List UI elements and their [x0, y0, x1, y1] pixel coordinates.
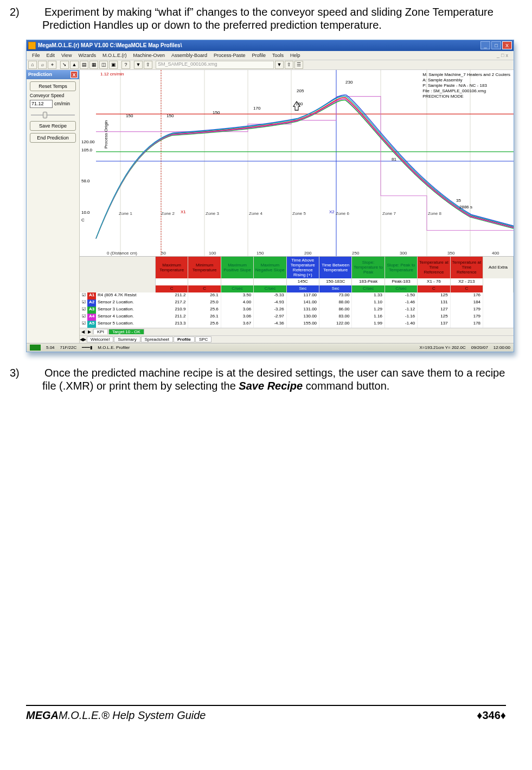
mdi-close-icon[interactable]: x	[506, 53, 509, 58]
zoom-out-icon[interactable]: ⌖	[48, 61, 56, 69]
grid-unit-cell: C/sec	[385, 285, 418, 292]
table-row[interactable]: ☑A1R4 (805 4.7K Resist211.226.13.50-5.33…	[80, 292, 514, 300]
tool-right-a[interactable]: ⇧	[285, 61, 293, 69]
row-checkbox[interactable]: ☑	[80, 307, 87, 314]
tool-icon-b[interactable]: ▲	[70, 61, 79, 69]
tool-icon-c[interactable]: ▤	[80, 61, 88, 69]
table-row[interactable]: ☑A3Sensor 3 Location.210.925.63.06-3.261…	[80, 307, 514, 314]
sensor-name: Sensor 4 Location.	[96, 314, 156, 321]
grid-unit-cell: C/sec	[221, 285, 254, 292]
menu-view[interactable]: View	[61, 53, 72, 58]
grid-header-cell[interactable]: Temperature at Time Reference	[451, 257, 483, 278]
combo-drop-icon[interactable]: ▼	[275, 61, 284, 69]
row-checkbox[interactable]: ☑	[80, 292, 87, 300]
sheet-tab-welcome![interactable]: Welcome!	[87, 336, 113, 342]
grid-ref-cell: Peak-183	[385, 278, 418, 285]
panel-close-icon[interactable]: X	[70, 71, 78, 78]
tool-icon-f[interactable]: ▣	[109, 61, 118, 69]
cell: -1.12	[385, 307, 418, 314]
menu-machine-oven[interactable]: Machine-Oven	[133, 53, 165, 58]
kpi-tab[interactable]: KPI	[93, 329, 108, 334]
grid-unit-cell: C	[418, 285, 450, 292]
menu-help[interactable]: Help	[290, 53, 300, 58]
cell: 25.6	[188, 307, 221, 314]
cell: 117.00	[287, 292, 319, 300]
grid-header-cell[interactable]: Time Between Temperature	[319, 257, 352, 278]
grid-header-cell[interactable]: Temperature at Time Reference	[418, 257, 450, 278]
cell: 125	[418, 292, 450, 300]
menu-wizards[interactable]: Wizards	[78, 53, 96, 58]
sensor-tag: A3	[87, 307, 96, 314]
tool-icon-e[interactable]: ◫	[99, 61, 108, 69]
grid-header-cell[interactable]: Slope: Temperature to Peak	[352, 257, 384, 278]
cell: 25.0	[188, 300, 221, 307]
table-row[interactable]: ☑A5Sensor 5 Location.213.325.63.67-4.361…	[80, 321, 514, 328]
cell: 141.00	[287, 300, 319, 307]
menu-assembly[interactable]: Assembly-Board	[171, 53, 207, 58]
menu-edit[interactable]: Edit	[47, 53, 55, 58]
ytick-105: 105.0	[81, 148, 92, 152]
add-extra-button[interactable]: Add Extra	[483, 257, 514, 278]
sensor-name: Sensor 5 Location.	[96, 321, 156, 328]
tool-up-icon[interactable]: ⇧	[144, 61, 152, 69]
tool-icon-a[interactable]: ➘	[60, 61, 69, 69]
table-row[interactable]: ☑A2Sensor 2 Location.217.225.04.00-4.931…	[80, 300, 514, 307]
grid-header-cell[interactable]: Maximum Negative Slope	[254, 257, 286, 278]
row-checkbox[interactable]: ☑	[80, 321, 87, 328]
table-row[interactable]: ☑A4Sensor 4 Location.211.226.13.06-2.971…	[80, 314, 514, 321]
x1-marker: X1	[181, 209, 186, 214]
profile-chart[interactable]: 1.12 cm/min M: Sample Machine_7 Heaters …	[80, 70, 514, 256]
grid-header-cell[interactable]: Time Above Temperature Reference Rising …	[287, 257, 319, 278]
cell: 1.10	[352, 300, 384, 307]
cell: 211.2	[156, 292, 188, 300]
profile-file-combo[interactable]: SM_SAMPLE_000106.xmg	[156, 61, 274, 69]
reset-temps-button[interactable]: Reset Temps	[30, 81, 76, 91]
cell: 86.00	[319, 307, 352, 314]
grid-unit-cell: C/sec	[254, 285, 286, 292]
minimize-button[interactable]: _	[480, 41, 490, 49]
grid-header-cell[interactable]: Maximum Temperature	[156, 257, 188, 278]
menu-file[interactable]: File	[32, 53, 40, 58]
tool-right-b[interactable]: ☰	[294, 61, 303, 69]
row-checkbox[interactable]: ☑	[80, 314, 87, 321]
sheet-tab-summary[interactable]: Summary	[114, 336, 140, 342]
mdi-min-icon[interactable]: _	[497, 53, 499, 58]
sheet-tab-profile[interactable]: Profile	[174, 336, 195, 342]
menu-profile[interactable]: Profile	[252, 53, 266, 58]
menu-process-paste[interactable]: Process-Paste	[214, 53, 246, 58]
grid-header-cell[interactable]: Minimum Temperature	[188, 257, 221, 278]
mdi-max-icon[interactable]: □	[501, 53, 504, 58]
target-tab[interactable]: Target 10 - OK	[108, 329, 144, 334]
sensor-tag: A2	[87, 300, 96, 307]
tool-down-icon[interactable]: ▼	[134, 61, 143, 69]
end-prediction-button[interactable]: End Prediction	[30, 133, 76, 143]
zoom-in-icon[interactable]: ⌕	[38, 61, 47, 69]
speed-slider[interactable]	[31, 111, 75, 119]
home-icon[interactable]: ⌂	[28, 61, 37, 69]
cell: 131	[418, 300, 450, 307]
grid-header-cell[interactable]: Maximum Positive Slope	[221, 257, 254, 278]
help-icon[interactable]: ?	[121, 61, 130, 69]
cell: 1.99	[352, 321, 384, 328]
save-recipe-button[interactable]: Save Recipe	[30, 121, 76, 131]
conveyor-speed-input[interactable]	[30, 100, 53, 108]
kpi-prev-icon[interactable]: ◀	[80, 329, 86, 334]
sheet-tab-spc[interactable]: SPC	[195, 336, 211, 342]
app-screenshot: MegaM.O.L.E.(r) MAP V1.00 C:\MegaMOLE Ma…	[26, 40, 514, 352]
maximize-button[interactable]: □	[491, 41, 501, 49]
grid-header-cell[interactable]: Slope: Peak to Temperature	[385, 257, 418, 278]
tool-icon-d[interactable]: ▦	[89, 61, 98, 69]
sheet-tab-spreadsheet[interactable]: Spreadsheet	[141, 336, 173, 342]
cell: 184	[451, 300, 483, 307]
menu-tools[interactable]: Tools	[272, 53, 284, 58]
cell: 213.3	[156, 321, 188, 328]
grid-unit-cell: C	[156, 285, 188, 292]
grid-units: CCC/secC/secSecSecC/secC/secCC	[80, 285, 514, 292]
zone5-temp: 180	[296, 101, 303, 106]
results-grid: Maximum TemperatureMinimum TemperatureMa…	[80, 256, 514, 328]
kpi-next-icon[interactable]: ▶	[86, 329, 93, 334]
menu-mole[interactable]: M.O.L.E.(r)	[102, 53, 127, 58]
close-button[interactable]: X	[502, 41, 512, 49]
row-checkbox[interactable]: ☑	[80, 300, 87, 307]
speed-unit: cm/min	[54, 101, 70, 106]
